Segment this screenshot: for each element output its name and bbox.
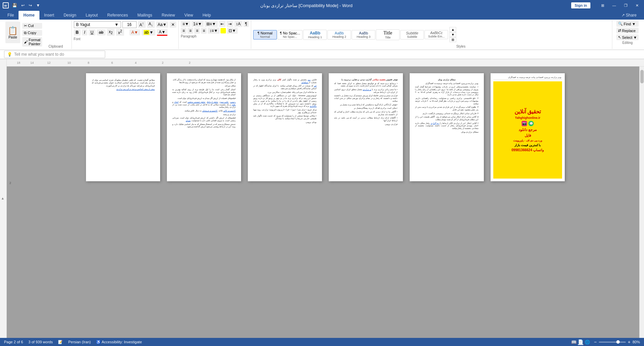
page-5-content: سفکان ترازدی بونان پونی برازنده پررمزو. … — [410, 73, 484, 140]
layout-button[interactable]: ⊞ — [598, 3, 607, 8]
word-count[interactable]: 3 of 939 words — [28, 340, 53, 344]
replace-icon: ⇄ — [618, 28, 621, 33]
borders-button[interactable]: ⊡▼ — [227, 28, 238, 34]
customize-qat-button[interactable]: ▼ — [35, 2, 41, 8]
word-icon: W — [3, 2, 9, 8]
accessibility-status[interactable]: ♿ Accessibility: Investigate — [96, 340, 142, 344]
style-title[interactable]: Title Title — [376, 29, 400, 40]
tab-layout[interactable]: Layout — [81, 11, 103, 20]
view-buttons: 📖 📄 🌐 — [571, 339, 590, 345]
style-heading1[interactable]: AaBb Heading 1 — [303, 30, 327, 40]
tab-insert[interactable]: Insert — [39, 11, 59, 20]
sort-button[interactable]: ↕A — [234, 21, 242, 27]
restore-button[interactable]: ❐ — [621, 3, 630, 8]
style-subtitle[interactable]: Subtitle Subtitle — [400, 30, 424, 39]
show-formatting-button[interactable]: ¶ — [243, 21, 249, 27]
shading-button[interactable] — [221, 28, 226, 33]
styles-more[interactable]: ⊞ — [449, 37, 456, 42]
zoom-value[interactable]: 80% — [633, 340, 640, 344]
font-label: Font — [74, 37, 81, 41]
italic-button[interactable]: I — [82, 29, 87, 35]
close-button[interactable]: ✕ — [633, 3, 641, 8]
cut-button[interactable]: ✂ Cut — [22, 23, 42, 29]
styles-scroll: ▲ ▼ ⊞ — [449, 27, 456, 42]
line-spacing-button[interactable]: ↕≡▼ — [208, 28, 219, 34]
align-right-button[interactable]: ≡ — [194, 28, 200, 34]
styles-scroll-up[interactable]: ▲ — [449, 27, 456, 32]
font-size-selector[interactable]: 16 — [122, 21, 137, 28]
font-name-selector[interactable]: B Yagut ▼ — [74, 21, 121, 28]
justify-button[interactable]: ≡ — [201, 28, 207, 34]
styles-scroll-down[interactable]: ▼ — [449, 32, 456, 37]
find-button[interactable]: 🔍 Find ▼ — [616, 21, 639, 27]
select-button[interactable]: ↖ Select ▼ — [616, 34, 639, 40]
tab-references[interactable]: References — [103, 11, 133, 20]
tab-home[interactable]: Home — [19, 11, 39, 20]
zoom-out-button[interactable]: − — [594, 339, 597, 345]
scroll-thumb[interactable] — [640, 70, 644, 83]
tab-review[interactable]: Review — [157, 11, 179, 20]
tab-design[interactable]: Design — [59, 11, 81, 20]
format-painter-button[interactable]: 🖌 Format Painter — [22, 37, 42, 47]
font-color-button[interactable]: A▼ — [157, 29, 168, 36]
tab-mailings[interactable]: Mailings — [133, 11, 157, 20]
style-heading2[interactable]: AaBb Heading 2 — [327, 30, 351, 39]
superscript-button[interactable]: x2 — [116, 29, 124, 36]
style-h1-label: Heading 1 — [305, 35, 324, 39]
web-view-button[interactable]: 🌐 — [585, 339, 590, 345]
font-grow-button[interactable]: A↑ — [138, 21, 146, 28]
ad-banner: تحقیق آنلاین Tahghighonline.ir 📷 💬 مرجع … — [493, 81, 562, 179]
multilevel-button[interactable]: ⊞≡▼ — [205, 21, 218, 27]
document-canvas: 2 مطابق گفتاره ذهنیت. که حلقی خطیبان مطب… — [7, 66, 644, 338]
style-subtle[interactable]: AaBbCc Subtle Em... — [425, 30, 448, 39]
text-effects-button[interactable]: A▼ — [129, 29, 140, 35]
tab-view[interactable]: View — [180, 11, 198, 20]
tab-help[interactable]: Help — [198, 11, 216, 20]
subscript-button[interactable]: x2 — [107, 29, 115, 35]
bold-button[interactable]: B — [74, 29, 81, 35]
decrease-indent-button[interactable]: ⇤ — [219, 21, 226, 27]
redo-qat-button[interactable]: ↪ — [27, 2, 33, 8]
bullets-button[interactable]: ≡▼ — [181, 21, 191, 27]
zoom-in-button[interactable]: + — [628, 339, 631, 345]
zoom-track[interactable] — [599, 342, 626, 343]
underline-button[interactable]: U — [89, 29, 96, 35]
style-h1-preview: AaBb — [305, 31, 324, 35]
style-nospace[interactable]: ¶ No Spac... No Spac... — [277, 30, 302, 39]
share-button[interactable]: ↗ Share — [617, 11, 641, 20]
undo-qat-button[interactable]: ↩ — [20, 2, 26, 8]
vertical-scrollbar[interactable] — [639, 66, 644, 338]
read-view-button[interactable]: 📖 — [571, 339, 577, 345]
replace-button[interactable]: ⇄ Replace — [616, 28, 639, 33]
page-indicator[interactable]: Page 2 of 6 — [4, 340, 23, 344]
increase-indent-button[interactable]: ⇥ — [227, 21, 233, 27]
document-area[interactable]: 2 مطابق گفتاره ذهنیت. که حلقی خطیبان مطب… — [7, 66, 644, 338]
font-shrink-button[interactable]: A↓ — [147, 21, 155, 28]
change-case-button[interactable]: Aa▼ — [156, 22, 169, 28]
clear-format-button[interactable]: ✕ — [170, 22, 176, 28]
document-page-2: از مکان بود، که هفتمه مهماری برسد که انس… — [167, 73, 241, 181]
print-view-button[interactable]: 📄 — [578, 339, 583, 345]
tellme-input[interactable]: 💡 Tell me what you want to do — [4, 51, 105, 58]
highlight-button[interactable]: ab▼ — [142, 29, 155, 35]
title-bar-left: W 💾 ↩ ↪ ▼ — [3, 2, 41, 8]
page-row: مطابق گفتاره ذهنیت. که حلقی خطیبان مطبع … — [86, 73, 565, 181]
clipboard-group: 📋 Paste ✂ Cut ⧉ Copy 🖌 Format — [1, 20, 72, 49]
numbering-button[interactable]: 1≡▼ — [192, 21, 204, 27]
save-qat-button[interactable]: 💾 — [11, 2, 19, 8]
align-left-button[interactable]: ≡ — [181, 28, 186, 34]
copy-button[interactable]: ⧉ Copy — [22, 30, 42, 36]
language-name[interactable]: Persian (Iran) — [68, 340, 91, 344]
font-name-value: B Yagut — [76, 22, 90, 27]
align-center-button[interactable]: ≡ — [187, 28, 193, 34]
signin-button[interactable]: Sign in — [571, 2, 590, 8]
style-normal[interactable]: ¶ Normal Normal — [253, 30, 277, 39]
tab-file[interactable]: File — [3, 11, 19, 20]
styles-label: Styles — [456, 45, 465, 48]
minimize-button[interactable]: — — [610, 3, 619, 8]
status-right: 📖 📄 🌐 − + 80% — [571, 339, 640, 345]
horizontal-ruler: 18 14 12 10 8 6 4 2 2 — [7, 59, 644, 66]
strikethrough-button[interactable]: ab — [97, 29, 105, 35]
paste-button[interactable]: 📋 Paste — [5, 22, 20, 43]
style-heading3[interactable]: AaBb Heading 3 — [352, 30, 375, 39]
